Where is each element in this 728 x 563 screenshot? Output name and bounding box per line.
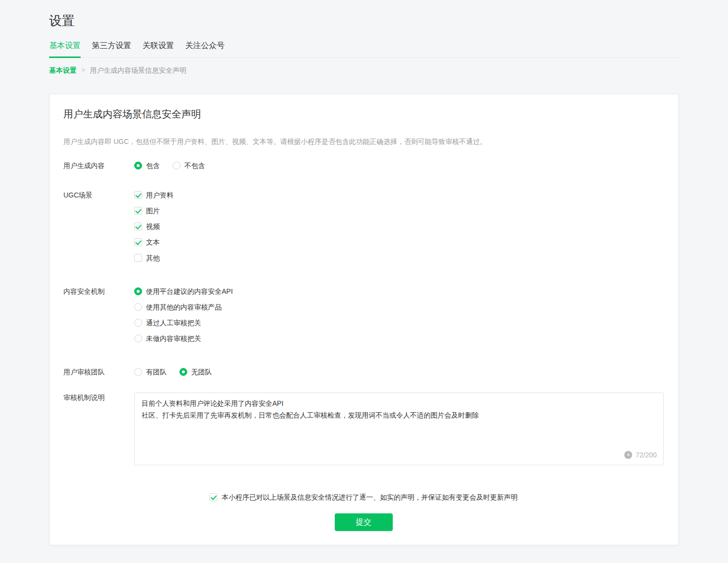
field-review-team: 用户审核团队 有团队 无团队 [63,367,664,377]
option-label: 视频 [146,222,160,231]
checkbox-icon[interactable] [134,254,142,262]
page-title: 设置 [49,0,679,29]
tab-bar: 基本设置 第三方设置 关联设置 关注公众号 [49,41,679,58]
option-label: 不包含 [184,161,205,170]
radio-option-manual-review[interactable]: 通过人工审核把关 [134,318,664,328]
radio-option-no-team[interactable]: 无团队 [179,367,212,377]
field-label: 用户生成内容 [63,161,134,170]
checkbox-option-text[interactable]: 文本 [134,237,664,247]
radio-icon[interactable] [179,368,187,376]
radio-icon[interactable] [134,335,142,342]
radio-option-not-include[interactable]: 不包含 [173,161,205,170]
declaration-text: 本小程序已对以上场景及信息安全情况进行了逐一、如实的声明，并保证如有变更会及时更… [222,492,518,502]
tab-association-settings[interactable]: 关联设置 [143,41,174,57]
field-mechanism-description: 审核机制说明 目前个人资料和用户评论处采用了内容安全API 社区、打卡先后采用了… [63,393,664,465]
option-label: 其他 [146,253,160,263]
option-label: 未做内容审核把关 [146,334,201,343]
breadcrumb: 基本设置 > 用户生成内容场景信息安全声明 [49,65,679,75]
submit-row: 提交 [63,513,664,531]
field-ugc-scenes: UGC场景 用户资料 图片 视频 文本 [63,190,664,263]
radio-icon[interactable] [134,303,142,311]
field-label: 审核机制说明 [63,393,134,402]
checkbox-option-other[interactable]: 其他 [134,253,664,263]
option-label: 通过人工审核把关 [146,318,201,328]
field-security-mechanism: 内容安全机制 使用平台建议的内容安全API 使用其他的内容审核产品 通过人工审核… [63,286,664,343]
checkbox-icon[interactable] [134,191,142,199]
option-label: 使用平台建议的内容安全API [146,286,233,296]
option-label: 用户资料 [146,190,174,200]
checkbox-option-video[interactable]: 视频 [134,222,664,231]
option-label: 使用其他的内容审核产品 [146,302,222,312]
field-ugc-content: 用户生成内容 包含 不包含 [63,161,664,170]
card-description: 用户生成内容即 UGC，包括但不限于用户资料、图片、视频、文本等。请根据小程序是… [63,137,664,146]
radio-option-platform-api[interactable]: 使用平台建议的内容安全API [134,286,664,296]
field-label: 内容安全机制 [63,286,134,296]
checkbox-option-image[interactable]: 图片 [134,206,664,216]
tab-basic-settings[interactable]: 基本设置 [49,41,81,57]
tab-follow-official-account[interactable]: 关注公众号 [185,41,225,57]
option-label: 文本 [146,237,160,247]
radio-option-no-review[interactable]: 未做内容审核把关 [134,334,664,343]
option-label: 图片 [146,206,160,216]
breadcrumb-current: 用户生成内容场景信息安全声明 [90,65,186,75]
radio-icon[interactable] [173,162,180,169]
tab-third-party-settings[interactable]: 第三方设置 [92,41,131,57]
checkbox-icon[interactable] [134,238,142,246]
declaration-row[interactable]: 本小程序已对以上场景及信息安全情况进行了逐一、如实的声明，并保证如有变更会及时更… [63,492,664,502]
settings-page: 设置 基本设置 第三方设置 关联设置 关注公众号 基本设置 > 用户生成内容场景… [0,0,728,545]
option-label: 有团队 [146,367,167,377]
radio-option-other-product[interactable]: 使用其他的内容审核产品 [134,302,664,312]
checkbox-option-user-profile[interactable]: 用户资料 [134,190,664,200]
checkbox-icon[interactable] [134,223,142,230]
radio-option-include[interactable]: 包含 [134,161,160,170]
radio-icon[interactable] [134,287,142,295]
checkbox-icon[interactable] [134,207,142,215]
mechanism-description-wrapper: 目前个人资料和用户评论处采用了内容安全API 社区、打卡先后采用了先审再发机制，… [134,393,664,465]
radio-icon[interactable] [134,162,142,169]
radio-icon[interactable] [134,368,142,376]
breadcrumb-parent-link[interactable]: 基本设置 [49,65,77,75]
ugc-declaration-card: 用户生成内容场景信息安全声明 用户生成内容即 UGC，包括但不限于用户资料、图片… [49,94,679,545]
chevron-right-icon: > [82,65,85,75]
declaration-checkbox[interactable] [209,493,217,501]
option-label: 包含 [146,161,160,170]
field-label: 用户审核团队 [63,367,134,377]
field-label: UGC场景 [63,190,134,200]
radio-option-has-team[interactable]: 有团队 [134,367,167,377]
char-counter: 72/200 [636,451,657,459]
option-label: 无团队 [191,367,212,377]
clear-circle-icon[interactable]: ✕ [624,451,632,459]
submit-button[interactable]: 提交 [335,513,393,531]
char-counter-group: ✕ 72/200 [624,451,657,459]
radio-icon[interactable] [134,319,142,327]
card-title: 用户生成内容场景信息安全声明 [63,108,664,120]
mechanism-description-textarea[interactable]: 目前个人资料和用户评论处采用了内容安全API 社区、打卡先后采用了先审再发机制，… [134,393,664,465]
